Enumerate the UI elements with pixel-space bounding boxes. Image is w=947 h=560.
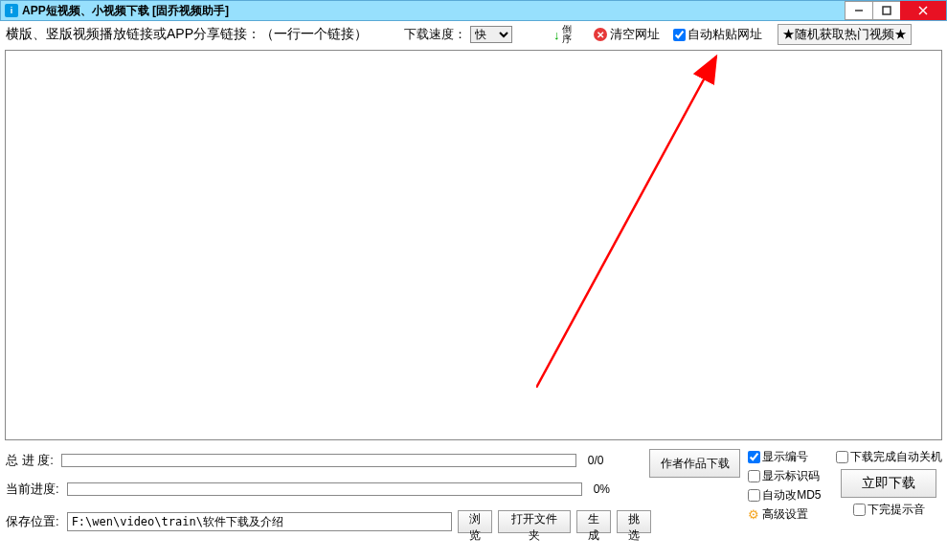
reverse-order-button[interactable]: ↓ 倒序 (553, 25, 572, 44)
auto-md5-checkbox[interactable] (748, 489, 760, 502)
window-title: APP短视频、小视频下载 [固乔视频助手] (22, 3, 846, 19)
show-code-checkbox-wrap[interactable]: 显示标识码 (748, 468, 828, 484)
show-code-label: 显示标识码 (762, 468, 820, 484)
show-code-checkbox[interactable] (748, 470, 760, 482)
pick-button[interactable]: 挑选 (617, 510, 651, 533)
show-number-checkbox-wrap[interactable]: 显示编号 (748, 449, 828, 465)
gear-icon: ⚙ (748, 507, 759, 522)
total-progress-text: 0/0 (582, 454, 620, 467)
download-now-button[interactable]: 立即下载 (841, 469, 936, 498)
auto-paste-checkbox-wrap[interactable]: 自动粘贴网址 (673, 26, 762, 43)
browse-button[interactable]: 浏览 (458, 510, 492, 533)
random-hot-video-button[interactable]: ★随机获取热门视频★ (778, 24, 912, 45)
speed-label: 下载速度： (404, 26, 466, 43)
clear-url-label: 清空网址 (610, 26, 660, 43)
show-number-label: 显示编号 (762, 449, 808, 465)
auto-md5-checkbox-wrap[interactable]: 自动改MD5 (748, 487, 828, 504)
auto-shutdown-label: 下载完成自动关机 (850, 449, 942, 465)
titlebar: i APP短视频、小视频下载 [固乔视频助手] (0, 0, 947, 21)
url-textarea[interactable] (5, 50, 942, 440)
window-controls (846, 1, 946, 20)
generate-button[interactable]: 生成 (576, 510, 611, 533)
maximize-button[interactable] (872, 1, 901, 20)
total-progress-label: 总 进 度: (6, 452, 56, 469)
auto-shutdown-checkbox-wrap[interactable]: 下载完成自动关机 (836, 449, 942, 465)
auto-paste-label: 自动粘贴网址 (688, 26, 762, 43)
done-sound-checkbox-wrap[interactable]: 下完提示音 (853, 502, 925, 518)
auto-shutdown-checkbox[interactable] (836, 451, 848, 463)
done-sound-label: 下完提示音 (868, 502, 925, 518)
done-sound-checkbox[interactable] (853, 504, 866, 516)
show-number-checkbox[interactable] (748, 451, 760, 463)
open-folder-button[interactable]: 打开文件夹 (498, 510, 572, 533)
clear-url-button[interactable]: ✕ 清空网址 (594, 26, 660, 43)
bottom-panel: 总 进 度: 0/0 当前进度: 0% 保存位置: 浏览 打开文件夹 生成 挑选… (0, 443, 947, 537)
link-instruction-label: 横版、竖版视频播放链接或APP分享链接：（一行一个链接） (6, 26, 368, 43)
advanced-settings-button[interactable]: ⚙ 高级设置 (748, 506, 828, 523)
minimize-button[interactable] (845, 1, 873, 20)
current-progress-text: 0% (588, 482, 626, 496)
reverse-label: 倒序 (562, 25, 572, 44)
auto-paste-checkbox[interactable] (673, 29, 686, 41)
clear-x-icon: ✕ (594, 28, 607, 41)
save-path-input[interactable] (67, 512, 452, 531)
svg-rect-1 (883, 7, 891, 14)
auto-md5-label: 自动改MD5 (762, 487, 821, 504)
close-button[interactable] (900, 1, 946, 20)
toolbar: 横版、竖版视频播放链接或APP分享链接：（一行一个链接） 下载速度： 快 ↓ 倒… (0, 21, 947, 48)
author-works-button[interactable]: 作者作品下载 (649, 449, 740, 478)
speed-select[interactable]: 快 (470, 26, 512, 43)
down-arrow-icon: ↓ (553, 28, 560, 42)
current-progress-label: 当前进度: (6, 481, 61, 498)
total-progress-bar (61, 454, 576, 467)
save-location-label: 保存位置: (6, 513, 61, 530)
app-icon: i (5, 4, 18, 17)
advanced-label: 高级设置 (762, 506, 808, 523)
current-progress-bar (67, 482, 582, 496)
